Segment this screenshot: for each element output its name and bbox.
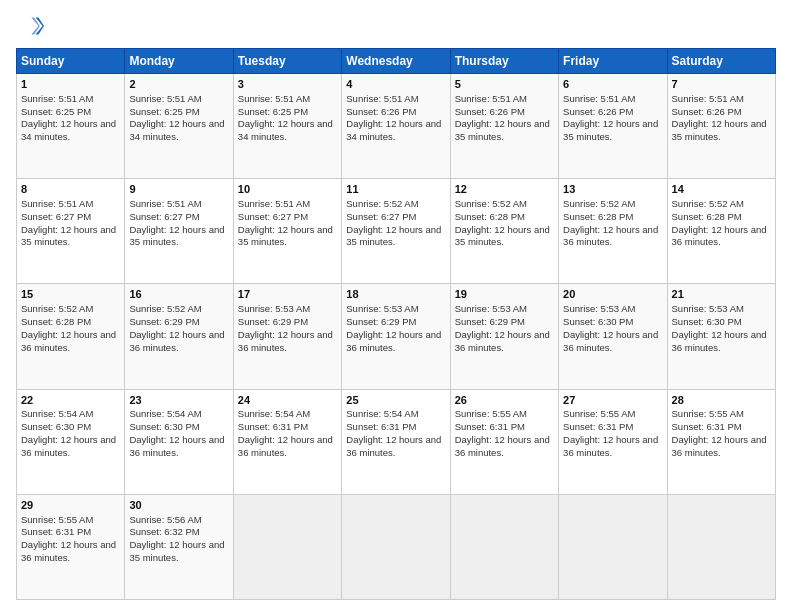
daylight-label: Daylight: 12 hours and 36 minutes.	[346, 434, 441, 458]
sunrise-label: Sunrise: 5:55 AM	[672, 408, 744, 419]
daylight-label: Daylight: 12 hours and 36 minutes.	[563, 329, 658, 353]
day-number: 16	[129, 287, 228, 302]
daylight-label: Daylight: 12 hours and 36 minutes.	[238, 329, 333, 353]
sunset-label: Sunset: 6:31 PM	[21, 526, 91, 537]
calendar-cell: 10 Sunrise: 5:51 AM Sunset: 6:27 PM Dayl…	[233, 179, 341, 284]
sunrise-label: Sunrise: 5:53 AM	[238, 303, 310, 314]
sunrise-label: Sunrise: 5:52 AM	[455, 198, 527, 209]
sunrise-label: Sunrise: 5:52 AM	[563, 198, 635, 209]
day-number: 26	[455, 393, 554, 408]
daylight-label: Daylight: 12 hours and 35 minutes.	[563, 118, 658, 142]
daylight-label: Daylight: 12 hours and 36 minutes.	[129, 329, 224, 353]
sunset-label: Sunset: 6:31 PM	[563, 421, 633, 432]
daylight-label: Daylight: 12 hours and 36 minutes.	[455, 329, 550, 353]
sunset-label: Sunset: 6:31 PM	[672, 421, 742, 432]
sunrise-label: Sunrise: 5:51 AM	[238, 198, 310, 209]
daylight-label: Daylight: 12 hours and 35 minutes.	[129, 539, 224, 563]
day-number: 29	[21, 498, 120, 513]
calendar-cell	[450, 494, 558, 599]
sunrise-label: Sunrise: 5:54 AM	[238, 408, 310, 419]
weekday-header: Wednesday	[342, 49, 450, 74]
calendar-cell	[559, 494, 667, 599]
sunset-label: Sunset: 6:30 PM	[672, 316, 742, 327]
sunrise-label: Sunrise: 5:51 AM	[346, 93, 418, 104]
sunrise-label: Sunrise: 5:52 AM	[346, 198, 418, 209]
header	[16, 12, 776, 40]
sunrise-label: Sunrise: 5:54 AM	[346, 408, 418, 419]
calendar-cell: 28 Sunrise: 5:55 AM Sunset: 6:31 PM Dayl…	[667, 389, 775, 494]
day-number: 22	[21, 393, 120, 408]
daylight-label: Daylight: 12 hours and 34 minutes.	[346, 118, 441, 142]
sunset-label: Sunset: 6:26 PM	[455, 106, 525, 117]
day-number: 2	[129, 77, 228, 92]
calendar-cell: 29 Sunrise: 5:55 AM Sunset: 6:31 PM Dayl…	[17, 494, 125, 599]
day-number: 14	[672, 182, 771, 197]
sunset-label: Sunset: 6:30 PM	[563, 316, 633, 327]
sunset-label: Sunset: 6:26 PM	[346, 106, 416, 117]
calendar-header-row: SundayMondayTuesdayWednesdayThursdayFrid…	[17, 49, 776, 74]
sunrise-label: Sunrise: 5:52 AM	[672, 198, 744, 209]
daylight-label: Daylight: 12 hours and 36 minutes.	[455, 434, 550, 458]
sunset-label: Sunset: 6:31 PM	[346, 421, 416, 432]
sunset-label: Sunset: 6:32 PM	[129, 526, 199, 537]
calendar-cell	[342, 494, 450, 599]
sunset-label: Sunset: 6:29 PM	[129, 316, 199, 327]
calendar-cell: 30 Sunrise: 5:56 AM Sunset: 6:32 PM Dayl…	[125, 494, 233, 599]
sunset-label: Sunset: 6:27 PM	[21, 211, 91, 222]
sunset-label: Sunset: 6:29 PM	[238, 316, 308, 327]
sunrise-label: Sunrise: 5:55 AM	[455, 408, 527, 419]
sunrise-label: Sunrise: 5:53 AM	[346, 303, 418, 314]
sunset-label: Sunset: 6:25 PM	[21, 106, 91, 117]
daylight-label: Daylight: 12 hours and 35 minutes.	[455, 224, 550, 248]
sunset-label: Sunset: 6:28 PM	[563, 211, 633, 222]
calendar-cell: 24 Sunrise: 5:54 AM Sunset: 6:31 PM Dayl…	[233, 389, 341, 494]
day-number: 12	[455, 182, 554, 197]
sunset-label: Sunset: 6:26 PM	[563, 106, 633, 117]
daylight-label: Daylight: 12 hours and 36 minutes.	[672, 224, 767, 248]
calendar-cell: 6 Sunrise: 5:51 AM Sunset: 6:26 PM Dayli…	[559, 74, 667, 179]
daylight-label: Daylight: 12 hours and 36 minutes.	[672, 329, 767, 353]
sunrise-label: Sunrise: 5:51 AM	[129, 93, 201, 104]
calendar-cell: 11 Sunrise: 5:52 AM Sunset: 6:27 PM Dayl…	[342, 179, 450, 284]
sunset-label: Sunset: 6:25 PM	[238, 106, 308, 117]
daylight-label: Daylight: 12 hours and 35 minutes.	[346, 224, 441, 248]
day-number: 17	[238, 287, 337, 302]
sunset-label: Sunset: 6:27 PM	[129, 211, 199, 222]
calendar-cell: 19 Sunrise: 5:53 AM Sunset: 6:29 PM Dayl…	[450, 284, 558, 389]
calendar-week-row: 8 Sunrise: 5:51 AM Sunset: 6:27 PM Dayli…	[17, 179, 776, 284]
page: SundayMondayTuesdayWednesdayThursdayFrid…	[0, 0, 792, 612]
sunrise-label: Sunrise: 5:55 AM	[563, 408, 635, 419]
calendar-cell: 1 Sunrise: 5:51 AM Sunset: 6:25 PM Dayli…	[17, 74, 125, 179]
day-number: 25	[346, 393, 445, 408]
day-number: 4	[346, 77, 445, 92]
sunrise-label: Sunrise: 5:51 AM	[21, 198, 93, 209]
day-number: 7	[672, 77, 771, 92]
day-number: 15	[21, 287, 120, 302]
calendar-cell: 15 Sunrise: 5:52 AM Sunset: 6:28 PM Dayl…	[17, 284, 125, 389]
sunrise-label: Sunrise: 5:51 AM	[563, 93, 635, 104]
sunrise-label: Sunrise: 5:54 AM	[21, 408, 93, 419]
sunrise-label: Sunrise: 5:52 AM	[129, 303, 201, 314]
day-number: 3	[238, 77, 337, 92]
calendar-week-row: 29 Sunrise: 5:55 AM Sunset: 6:31 PM Dayl…	[17, 494, 776, 599]
weekday-header: Monday	[125, 49, 233, 74]
day-number: 6	[563, 77, 662, 92]
daylight-label: Daylight: 12 hours and 35 minutes.	[672, 118, 767, 142]
daylight-label: Daylight: 12 hours and 34 minutes.	[238, 118, 333, 142]
day-number: 20	[563, 287, 662, 302]
calendar-cell: 20 Sunrise: 5:53 AM Sunset: 6:30 PM Dayl…	[559, 284, 667, 389]
sunset-label: Sunset: 6:29 PM	[346, 316, 416, 327]
day-number: 5	[455, 77, 554, 92]
day-number: 27	[563, 393, 662, 408]
calendar-cell: 18 Sunrise: 5:53 AM Sunset: 6:29 PM Dayl…	[342, 284, 450, 389]
sunrise-label: Sunrise: 5:53 AM	[672, 303, 744, 314]
weekday-header: Friday	[559, 49, 667, 74]
calendar-cell: 22 Sunrise: 5:54 AM Sunset: 6:30 PM Dayl…	[17, 389, 125, 494]
daylight-label: Daylight: 12 hours and 36 minutes.	[21, 329, 116, 353]
sunset-label: Sunset: 6:30 PM	[21, 421, 91, 432]
calendar-cell: 4 Sunrise: 5:51 AM Sunset: 6:26 PM Dayli…	[342, 74, 450, 179]
day-number: 28	[672, 393, 771, 408]
calendar-cell: 14 Sunrise: 5:52 AM Sunset: 6:28 PM Dayl…	[667, 179, 775, 284]
sunrise-label: Sunrise: 5:51 AM	[21, 93, 93, 104]
day-number: 19	[455, 287, 554, 302]
